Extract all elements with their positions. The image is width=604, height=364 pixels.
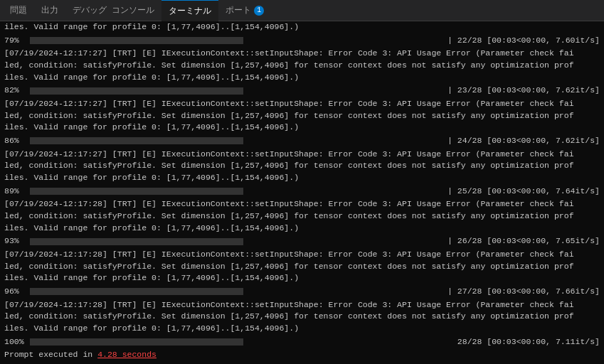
progress-info: | 25/28 [00:03<00:00, 7.64it/s] (447, 186, 600, 198)
progress-percent: 89% (4, 186, 27, 198)
tab-shutsuryoku[interactable]: 出力 (34, 0, 65, 21)
tab-debug-label: デバッグ コンソール (73, 4, 154, 16)
progress-bar (30, 137, 243, 144)
progress-line: 93%| 26/28 [00:03<00:00, 7.65it/s] (4, 235, 600, 247)
port-badge: 1 (254, 6, 264, 16)
progress-percent: 100% (4, 336, 27, 348)
tab-debug[interactable]: デバッグ コンソール (65, 0, 161, 21)
tab-bar: 問題 出力 デバッグ コンソール ターミナル ポート 1 (0, 0, 604, 21)
progress-percent: 86% (4, 135, 27, 147)
tab-mondai[interactable]: 問題 (3, 0, 34, 21)
progress-bar (30, 87, 243, 95)
error-line: [07/19/2024-12:17:27] [TRT] [E] IExecuti… (4, 48, 600, 83)
progress-info: | 26/28 [00:03<00:00, 7.65it/s] (447, 235, 600, 247)
tab-mondai-label: 問題 (10, 4, 27, 16)
tab-terminal-label: ターミナル (169, 5, 211, 17)
progress-line: 79%| 22/28 [00:03<00:00, 7.60it/s] (4, 35, 600, 47)
progress-info: | 22/28 [00:03<00:00, 7.60it/s] (447, 35, 600, 47)
tab-port-label: ポート (226, 4, 251, 16)
progress-bar (30, 37, 243, 44)
prompt-line: Prompt executed in 4.28 seconds (4, 349, 600, 361)
progress-percent: 82% (4, 85, 27, 97)
error-line: [07/19/2024-12:17:28] [TRT] [E] IExecuti… (4, 249, 600, 284)
tab-shutsuryoku-label: 出力 (41, 4, 58, 16)
progress-line: 100%28/28 [00:03<00:00, 7.11it/s] (4, 336, 600, 348)
progress-line: 89%| 25/28 [00:03<00:00, 7.64it/s] (4, 186, 600, 198)
prompt-highlight: 4.28 seconds (97, 350, 157, 359)
progress-percent: 96% (4, 286, 27, 298)
progress-info: | 23/28 [00:03<00:00, 7.62it/s] (447, 85, 600, 97)
error-line: [07/19/2024-12:17:27] [TRT] [E] IExecuti… (4, 149, 600, 184)
progress-bar (30, 338, 243, 346)
progress-bar (30, 288, 243, 295)
progress-info: | 24/28 [00:03<00:00, 7.62it/s] (447, 135, 600, 147)
progress-line: 82%| 23/28 [00:03<00:00, 7.62it/s] (4, 85, 600, 97)
tab-terminal[interactable]: ターミナル (161, 0, 218, 21)
progress-percent: 79% (4, 35, 27, 47)
progress-bar (30, 188, 243, 195)
error-line: [07/19/2024-12:17:28] [TRT] [E] IExecuti… (4, 299, 600, 335)
terminal-output: iles. Valid range for profile 0: [1,77,4… (0, 21, 604, 364)
progress-info: | 27/28 [00:03<00:00, 7.66it/s] (447, 286, 600, 298)
tab-port[interactable]: ポート 1 (218, 0, 271, 21)
progress-line: 96%| 27/28 [00:03<00:00, 7.66it/s] (4, 286, 600, 298)
progress-info: 28/28 [00:03<00:00, 7.11it/s] (457, 336, 600, 348)
error-line: [07/19/2024-12:17:27] [TRT] [E] IExecuti… (4, 98, 600, 134)
progress-percent: 93% (4, 235, 27, 247)
progress-line: 86%| 24/28 [00:03<00:00, 7.62it/s] (4, 135, 600, 147)
error-line: [07/19/2024-12:17:28] [TRT] [E] IExecuti… (4, 198, 600, 234)
progress-bar (30, 238, 243, 245)
terminal-line: iles. Valid range for profile 0: [1,77,4… (4, 21, 600, 33)
